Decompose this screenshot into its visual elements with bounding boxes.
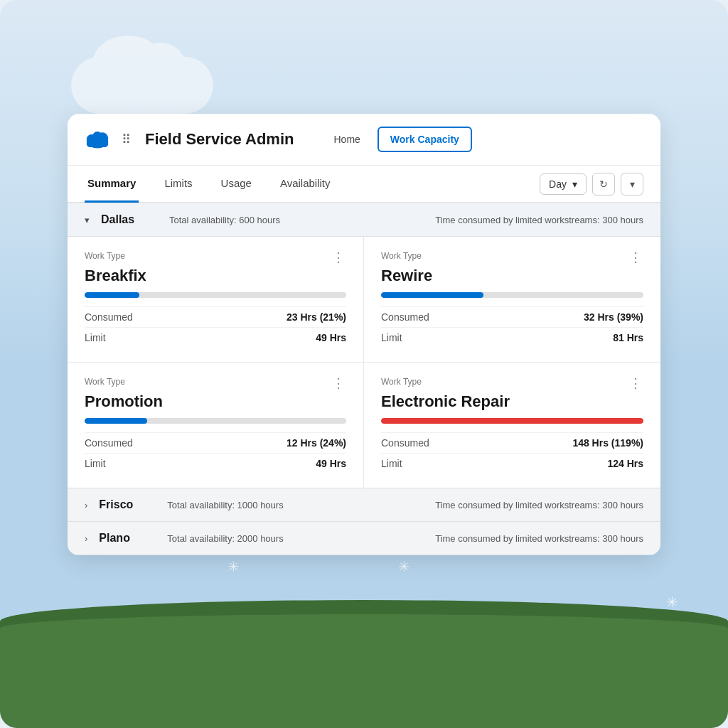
- frisco-total-availability: Total availability: 1000 hours: [167, 500, 424, 510]
- rewire-progress-fill: [381, 292, 483, 298]
- nav-bar: ⠿ Field Service Admin Home Work Capacity: [68, 114, 660, 166]
- grass-decoration: [0, 614, 728, 728]
- cloud-decoration: [71, 57, 213, 114]
- breakfix-limit-value: 49 Hrs: [316, 332, 346, 343]
- breakfix-type-label: Work Type: [85, 251, 125, 261]
- outer-wrapper: ✳ ✳ ✳ ✳ ⠿ Field Service Admin Home Work …: [0, 0, 728, 728]
- electronic-repair-more-button[interactable]: ⋮: [629, 377, 643, 390]
- electronic-repair-consumed-value: 148 Hrs (119%): [572, 437, 643, 449]
- svg-point-3: [92, 132, 102, 141]
- rewire-type-label: Work Type: [381, 251, 422, 261]
- promotion-progress-bg: [85, 418, 346, 424]
- electronic-repair-type-label: Work Type: [381, 377, 422, 387]
- card-breakfix-header: Work Type ⋮: [85, 251, 346, 264]
- rewire-name: Rewire: [381, 267, 643, 285]
- main-card: ⠿ Field Service Admin Home Work Capacity…: [68, 114, 660, 555]
- refresh-button[interactable]: ↻: [592, 173, 615, 196]
- rewire-limit-value: 81 Hrs: [613, 332, 643, 343]
- breakfix-progress-fill: [85, 292, 139, 298]
- chevron-down-icon: ▾: [630, 178, 635, 190]
- dropdown-arrow: ▾: [572, 178, 577, 190]
- breakfix-limit-label: Limit: [85, 332, 106, 343]
- promotion-limit-label: Limit: [85, 458, 106, 469]
- promotion-consumed-row: Consumed 12 Hrs (24%): [85, 432, 346, 453]
- promotion-limit-value: 49 Hrs: [316, 458, 346, 469]
- plano-section-header[interactable]: › Plano Total availability: 2000 hours T…: [68, 522, 660, 555]
- electronic-repair-limit-row: Limit 124 Hrs: [381, 453, 643, 473]
- dallas-chevron[interactable]: ▾: [85, 215, 90, 225]
- day-dropdown[interactable]: Day ▾: [540, 173, 587, 195]
- breakfix-progress-bg: [85, 292, 346, 298]
- plano-total-availability: Total availability: 2000 hours: [167, 533, 424, 544]
- frisco-section-header[interactable]: › Frisco Total availability: 1000 hours …: [68, 488, 660, 522]
- tab-limits[interactable]: Limits: [161, 166, 195, 203]
- day-label: Day: [549, 178, 567, 190]
- card-electronic-repair: Work Type ⋮ Electronic Repair Consumed 1…: [364, 363, 660, 488]
- grid-icon[interactable]: ⠿: [122, 132, 131, 147]
- app-title: Field Service Admin: [145, 130, 294, 149]
- tab-usage[interactable]: Usage: [218, 166, 255, 203]
- more-dropdown-button[interactable]: ▾: [621, 173, 643, 196]
- promotion-type-label: Work Type: [85, 377, 125, 387]
- refresh-icon: ↻: [599, 178, 608, 190]
- content: ▾ Dallas Total availability: 600 hours T…: [68, 203, 660, 555]
- deco-3: ✳: [666, 594, 678, 611]
- electronic-repair-limit-value: 124 Hrs: [607, 458, 643, 469]
- breakfix-consumed-label: Consumed: [85, 311, 133, 323]
- deco-1: ✳: [228, 558, 240, 575]
- dallas-section-header[interactable]: ▾ Dallas Total availability: 600 hours T…: [68, 203, 660, 237]
- card-breakfix: Work Type ⋮ Breakfix Consumed 23 Hrs (21…: [68, 237, 364, 363]
- promotion-more-button[interactable]: ⋮: [332, 377, 346, 390]
- promotion-name: Promotion: [85, 392, 346, 411]
- electronic-repair-consumed-row: Consumed 148 Hrs (119%): [381, 432, 643, 453]
- electronic-repair-name: Electronic Repair: [381, 392, 643, 411]
- promotion-consumed-label: Consumed: [85, 437, 133, 449]
- electronic-repair-consumed-label: Consumed: [381, 437, 429, 449]
- card-electronic-repair-header: Work Type ⋮: [381, 377, 643, 390]
- promotion-consumed-value: 12 Hrs (24%): [287, 437, 346, 449]
- plano-name: Plano: [99, 532, 156, 545]
- dallas-total-availability: Total availability: 600 hours: [169, 215, 424, 225]
- promotion-limit-row: Limit 49 Hrs: [85, 453, 346, 473]
- frisco-name: Frisco: [99, 498, 156, 511]
- rewire-progress-bg: [381, 292, 643, 298]
- breakfix-consumed-row: Consumed 23 Hrs (21%): [85, 306, 346, 327]
- breakfix-consumed-value: 23 Hrs (21%): [287, 311, 346, 323]
- electronic-repair-progress-bg: [381, 418, 643, 424]
- card-rewire: Work Type ⋮ Rewire Consumed 32 Hrs (39%)…: [364, 237, 660, 363]
- rewire-consumed-row: Consumed 32 Hrs (39%): [381, 306, 643, 327]
- dallas-time-consumed: Time consumed by limited workstreams: 30…: [435, 215, 643, 225]
- plano-time-consumed: Time consumed by limited workstreams: 30…: [435, 533, 643, 544]
- nav-home[interactable]: Home: [322, 128, 371, 151]
- breakfix-more-button[interactable]: ⋮: [332, 251, 346, 264]
- nav-links: Home Work Capacity: [322, 127, 471, 152]
- electronic-repair-progress-fill: [381, 418, 643, 424]
- nav-work-capacity[interactable]: Work Capacity: [378, 127, 472, 152]
- tab-right-controls: Day ▾ ↻ ▾: [540, 173, 643, 196]
- tab-summary[interactable]: Summary: [85, 166, 139, 203]
- promotion-progress-fill: [85, 418, 147, 424]
- dallas-cards-grid: Work Type ⋮ Breakfix Consumed 23 Hrs (21…: [68, 237, 660, 488]
- dallas-name: Dallas: [101, 213, 158, 226]
- rewire-limit-label: Limit: [381, 332, 402, 343]
- tab-availability[interactable]: Availability: [277, 166, 333, 203]
- card-rewire-header: Work Type ⋮: [381, 251, 643, 264]
- card-promotion-header: Work Type ⋮: [85, 377, 346, 390]
- salesforce-logo: [85, 127, 110, 152]
- frisco-time-consumed: Time consumed by limited workstreams: 30…: [435, 500, 643, 510]
- frisco-chevron[interactable]: ›: [85, 500, 87, 510]
- deco-2: ✳: [398, 558, 410, 575]
- rewire-consumed-value: 32 Hrs (39%): [584, 311, 643, 323]
- breakfix-limit-row: Limit 49 Hrs: [85, 327, 346, 348]
- plano-chevron[interactable]: ›: [85, 533, 87, 544]
- rewire-limit-row: Limit 81 Hrs: [381, 327, 643, 348]
- svg-rect-4: [87, 140, 108, 147]
- rewire-more-button[interactable]: ⋮: [629, 251, 643, 264]
- breakfix-name: Breakfix: [85, 267, 346, 285]
- card-promotion: Work Type ⋮ Promotion Consumed 12 Hrs (2…: [68, 363, 364, 488]
- electronic-repair-limit-label: Limit: [381, 458, 402, 469]
- tab-bar: Summary Limits Usage Availability Day ▾ …: [68, 166, 660, 203]
- rewire-consumed-label: Consumed: [381, 311, 429, 323]
